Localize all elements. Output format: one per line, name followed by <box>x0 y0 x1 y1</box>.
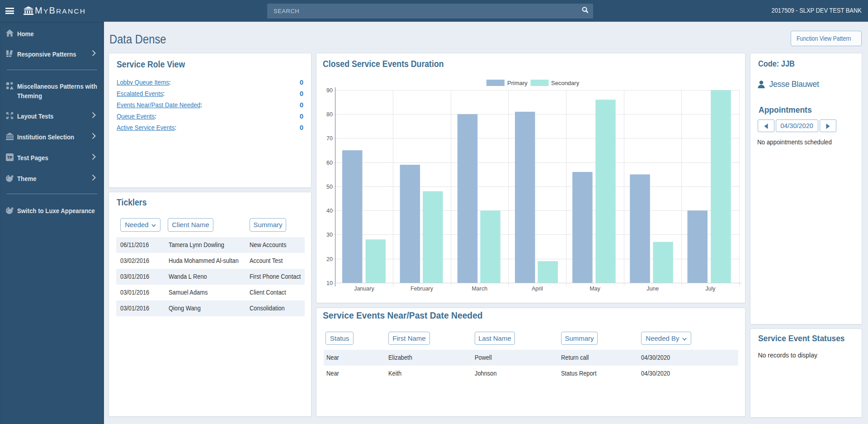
svg-text:March: March <box>472 286 487 292</box>
svg-text:80: 80 <box>326 111 333 118</box>
svg-text:Secondary: Secondary <box>551 80 580 86</box>
svg-text:20: 20 <box>326 256 333 262</box>
svg-text:10: 10 <box>326 280 333 286</box>
svg-text:60: 60 <box>326 160 333 166</box>
svg-text:70: 70 <box>326 135 333 142</box>
svg-text:50: 50 <box>326 184 333 190</box>
svg-text:Primary: Primary <box>507 80 528 86</box>
svg-text:June: June <box>646 286 659 292</box>
svg-text:90: 90 <box>326 87 333 94</box>
svg-text:30: 30 <box>326 232 333 238</box>
svg-text:TP: TP <box>7 155 13 160</box>
svg-text:January: January <box>354 286 374 292</box>
svg-text:April: April <box>532 286 543 292</box>
svg-text:40: 40 <box>326 208 333 214</box>
svg-text:February: February <box>410 286 434 292</box>
svg-text:May: May <box>590 286 600 292</box>
svg-text:July: July <box>705 286 716 292</box>
